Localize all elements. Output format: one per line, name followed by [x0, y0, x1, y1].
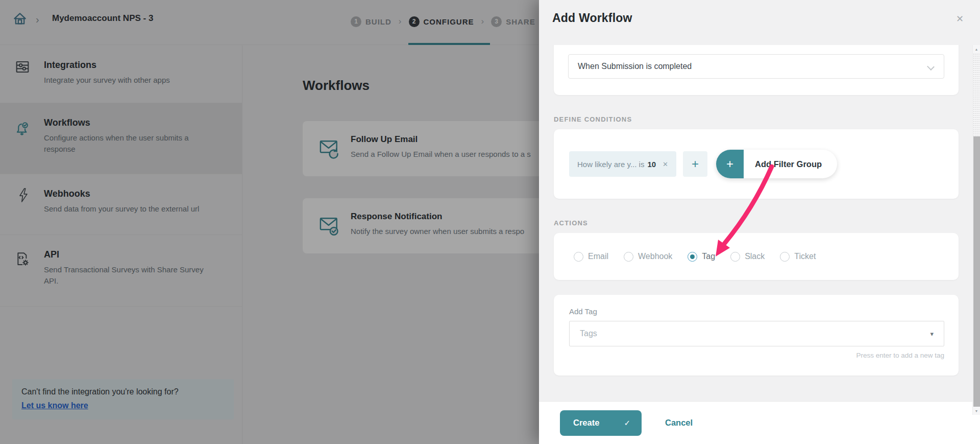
- trigger-select[interactable]: When Submission is completed: [568, 54, 944, 79]
- radio-slack[interactable]: Slack: [730, 252, 765, 262]
- radio-ticket[interactable]: Ticket: [780, 252, 816, 262]
- check-icon: ✓: [624, 418, 630, 428]
- scroll-down-icon[interactable]: ▼: [973, 407, 980, 415]
- cancel-button[interactable]: Cancel: [665, 418, 693, 428]
- add-filter-group-button[interactable]: + Add Filter Group: [716, 150, 837, 178]
- plus-icon: +: [716, 150, 744, 178]
- tags-helper-text: Press enter to add a new tag: [569, 352, 944, 359]
- scroll-up-icon[interactable]: ▲: [973, 45, 980, 53]
- modal-dim-overlay: [0, 0, 540, 444]
- radio-circle-icon: [730, 252, 740, 262]
- caret-down-icon: ▾: [930, 330, 934, 338]
- main-app-region: › Mydemoaccount NPS - 3 1 BUILD › 2 CONF…: [0, 0, 540, 444]
- actions-label: ACTIONS: [554, 219, 959, 227]
- tags-input[interactable]: [580, 329, 886, 338]
- remove-filter-icon[interactable]: ✕: [663, 160, 668, 168]
- panel-scroll-area: When Submission is completed DEFINE COND…: [539, 45, 980, 401]
- create-button[interactable]: Create ✓: [560, 410, 642, 436]
- filter-chip[interactable]: How likely are y... is 10 ✕: [569, 151, 676, 177]
- add-tag-card: Add Tag ▾ Press enter to add a new tag: [554, 295, 959, 376]
- panel-footer: Create ✓ Cancel: [539, 401, 980, 444]
- radio-circle-icon: [574, 252, 583, 262]
- add-filter-group-label: Add Filter Group: [744, 150, 837, 178]
- filter-chip-text: How likely are y... is: [577, 160, 644, 169]
- radio-circle-icon: [780, 252, 790, 262]
- radio-tag[interactable]: Tag: [688, 252, 715, 262]
- radio-circle-icon: [688, 252, 697, 262]
- panel-title: Add Workflow: [552, 11, 632, 25]
- trigger-select-value: When Submission is completed: [578, 62, 692, 71]
- tags-select[interactable]: ▾: [569, 321, 944, 346]
- radio-email[interactable]: Email: [574, 252, 608, 262]
- conditions-card: How likely are y... is 10 ✕ + + Add Filt…: [554, 129, 959, 199]
- scrollbar-thumb[interactable]: [973, 136, 980, 408]
- radio-circle-icon: [624, 252, 633, 262]
- close-icon[interactable]: ✕: [956, 13, 964, 25]
- add-condition-button[interactable]: +: [683, 151, 707, 177]
- trigger-card: When Submission is completed: [554, 45, 959, 95]
- panel-scrollbar[interactable]: ▲ ▼: [972, 45, 980, 415]
- app-root: › Mydemoaccount NPS - 3 1 BUILD › 2 CONF…: [0, 0, 980, 444]
- actions-card: Email Webhook Tag Slack Ticket: [554, 233, 959, 280]
- add-tag-label: Add Tag: [569, 307, 944, 316]
- radio-webhook[interactable]: Webhook: [624, 252, 672, 262]
- add-workflow-panel: Add Workflow ✕ When Submission is comple…: [539, 0, 980, 444]
- define-conditions-label: DEFINE CONDITIONS: [554, 115, 959, 123]
- chevron-down-icon: [927, 63, 935, 71]
- filter-chip-value: 10: [647, 160, 656, 169]
